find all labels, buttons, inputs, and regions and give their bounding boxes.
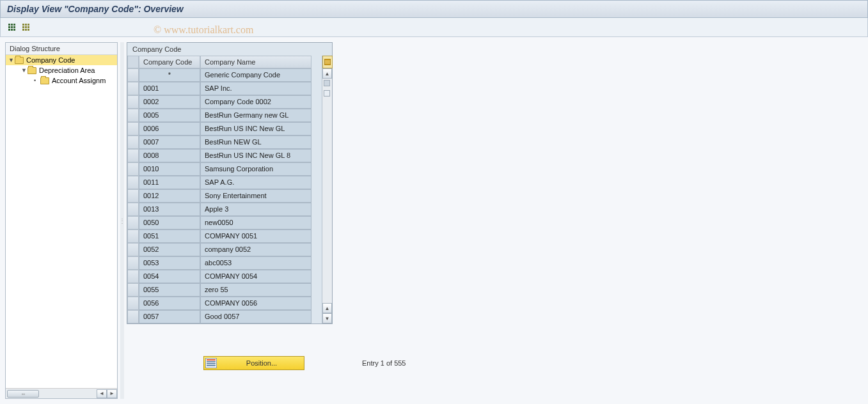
- folder-icon: [40, 77, 49, 84]
- row-selector[interactable]: [127, 136, 139, 149]
- scroll-down-icon[interactable]: ▼: [322, 313, 332, 323]
- cell-company-name[interactable]: BestRun US INC New GL: [200, 122, 312, 136]
- cell-company-name[interactable]: abc0053: [200, 256, 312, 270]
- row-selector[interactable]: [127, 68, 139, 82]
- table-row[interactable]: 0056COMPANY 0056: [127, 297, 322, 310]
- cell-company-name[interactable]: COMPANY 0056: [200, 297, 312, 310]
- row-selector[interactable]: [127, 149, 139, 162]
- cell-company-code[interactable]: 0013: [139, 203, 200, 216]
- cell-company-code[interactable]: 0005: [139, 109, 200, 122]
- cell-company-name[interactable]: Sony Entertainment: [200, 189, 312, 203]
- row-selector[interactable]: [127, 297, 139, 310]
- cell-company-code[interactable]: *: [139, 68, 200, 82]
- cell-company-name[interactable]: new0050: [200, 216, 312, 229]
- table-vertical-scrollbar[interactable]: ▲ ▲ ▼: [322, 56, 332, 323]
- cell-company-code[interactable]: 0007: [139, 136, 200, 149]
- row-selector[interactable]: [127, 283, 139, 297]
- row-selector[interactable]: [127, 256, 139, 270]
- table-row[interactable]: 0011SAP A.G.: [127, 176, 322, 189]
- scroll-left-icon[interactable]: ◄: [97, 389, 107, 398]
- cell-company-name[interactable]: Generic Company Code: [200, 68, 312, 82]
- scrollbar-thumb[interactable]: [7, 390, 39, 398]
- cell-company-code[interactable]: 0054: [139, 270, 200, 283]
- scroll-right-icon[interactable]: ►: [107, 389, 117, 398]
- row-selector[interactable]: [127, 176, 139, 189]
- panel-splitter[interactable]: [120, 42, 124, 399]
- scrollbar-mark: [324, 90, 330, 97]
- cell-company-code[interactable]: 0055: [139, 283, 200, 297]
- table-row[interactable]: 0013Apple 3: [127, 203, 322, 216]
- table-row[interactable]: 0001SAP Inc.: [127, 82, 322, 95]
- cell-company-name[interactable]: BestRun Germany new GL: [200, 109, 312, 122]
- cell-company-name[interactable]: company 0052: [200, 243, 312, 256]
- table-row[interactable]: 0057Good 0057: [127, 310, 322, 323]
- cell-company-name[interactable]: SAP Inc.: [200, 82, 312, 95]
- row-selector[interactable]: [127, 122, 139, 136]
- cell-company-code[interactable]: 0053: [139, 256, 200, 270]
- cell-company-code[interactable]: 0051: [139, 229, 200, 243]
- row-selector[interactable]: [127, 95, 139, 109]
- table-row[interactable]: 0052company 0052: [127, 243, 322, 256]
- tree-item-account-assignment[interactable]: • Account Assignm: [6, 75, 117, 86]
- cell-company-code[interactable]: 0008: [139, 149, 200, 162]
- tree-toggle-icon[interactable]: ▼: [8, 57, 15, 63]
- cell-company-name[interactable]: Samsung Corporation: [200, 162, 312, 176]
- row-selector[interactable]: [127, 162, 139, 176]
- cell-company-name[interactable]: Company Code 0002: [200, 95, 312, 109]
- table-row[interactable]: 0012Sony Entertainment: [127, 189, 322, 203]
- cell-company-code[interactable]: 0006: [139, 122, 200, 136]
- cell-company-name[interactable]: BestRun NEW GL: [200, 136, 312, 149]
- cell-company-name[interactable]: COMPANY 0054: [200, 270, 312, 283]
- table-row[interactable]: 0008BestRun US INC New GL 8: [127, 149, 322, 162]
- tree-toggle-icon[interactable]: ▼: [21, 67, 28, 74]
- table-row[interactable]: 0053abc0053: [127, 256, 322, 270]
- cell-company-code[interactable]: 0001: [139, 82, 200, 95]
- row-selector[interactable]: [127, 109, 139, 122]
- row-selector[interactable]: [127, 270, 139, 283]
- table-row[interactable]: 0054COMPANY 0054: [127, 270, 322, 283]
- cell-company-code[interactable]: 0002: [139, 95, 200, 109]
- cell-company-name[interactable]: zero 55: [200, 283, 312, 297]
- cell-company-name[interactable]: BestRun US INC New GL 8: [200, 149, 312, 162]
- table-row[interactable]: 0050new0050: [127, 216, 322, 229]
- cell-company-code[interactable]: 0052: [139, 243, 200, 256]
- select-all-header[interactable]: [127, 56, 139, 68]
- tree-item-depreciation-area[interactable]: ▼ Depreciation Area: [6, 65, 117, 75]
- table-row[interactable]: 0005BestRun Germany new GL: [127, 109, 322, 122]
- table-row[interactable]: 0055zero 55: [127, 283, 322, 297]
- tree-item-company-code[interactable]: ▼ Company Code: [6, 55, 117, 65]
- position-button[interactable]: Position...: [203, 356, 304, 370]
- cell-company-code[interactable]: 0012: [139, 189, 200, 203]
- row-selector[interactable]: [127, 189, 139, 203]
- table-row[interactable]: 0010Samsung Corporation: [127, 162, 322, 176]
- table-configure-icon[interactable]: [322, 56, 333, 68]
- scroll-up-icon[interactable]: ▲: [322, 68, 332, 79]
- column-header-company-name[interactable]: Company Name: [200, 56, 312, 68]
- cell-company-code[interactable]: 0050: [139, 216, 200, 229]
- tree-horizontal-scrollbar[interactable]: ◄ ►: [6, 388, 117, 398]
- table-view-icon[interactable]: [6, 22, 17, 33]
- table-row[interactable]: 0051COMPANY 0051: [127, 229, 322, 243]
- table-row[interactable]: 0006BestRun US INC New GL: [127, 122, 322, 136]
- scroll-up-icon[interactable]: ▲: [322, 303, 332, 313]
- row-selector[interactable]: [127, 203, 139, 216]
- cell-company-name[interactable]: COMPANY 0051: [200, 229, 312, 243]
- cell-company-code[interactable]: 0011: [139, 176, 200, 189]
- row-selector[interactable]: [127, 229, 139, 243]
- cell-company-name[interactable]: Apple 3: [200, 203, 312, 216]
- cell-company-name[interactable]: SAP A.G.: [200, 176, 312, 189]
- table-row[interactable]: *Generic Company Code: [127, 68, 322, 82]
- row-selector[interactable]: [127, 310, 139, 323]
- table-row[interactable]: 0002Company Code 0002: [127, 95, 322, 109]
- cell-company-name[interactable]: Good 0057: [200, 310, 312, 323]
- table-row[interactable]: 0007BestRun NEW GL: [127, 136, 322, 149]
- cell-company-code[interactable]: 0010: [139, 162, 200, 176]
- row-selector[interactable]: [127, 216, 139, 229]
- select-columns-icon[interactable]: [20, 22, 31, 33]
- scrollbar-thumb[interactable]: [324, 80, 330, 86]
- cell-company-code[interactable]: 0056: [139, 297, 200, 310]
- column-header-company-code[interactable]: Company Code: [139, 56, 200, 68]
- row-selector[interactable]: [127, 243, 139, 256]
- row-selector[interactable]: [127, 82, 139, 95]
- cell-company-code[interactable]: 0057: [139, 310, 200, 323]
